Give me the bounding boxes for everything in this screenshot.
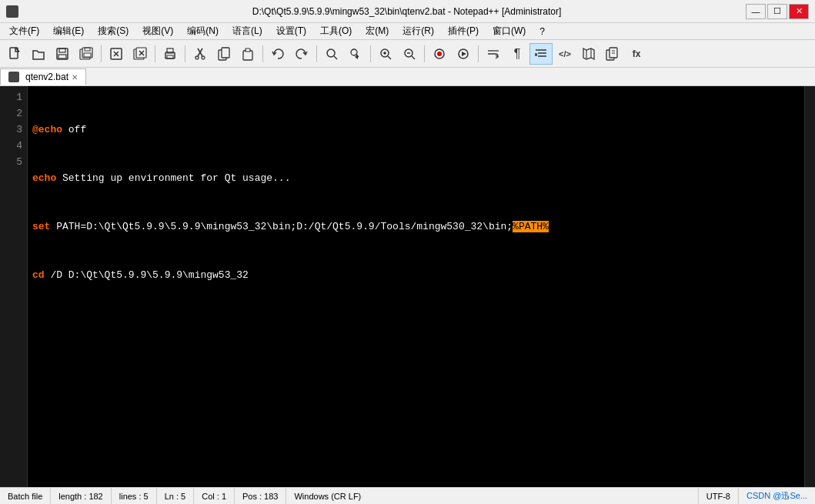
tab-bar: qtenv2.bat ✕ (0, 68, 815, 86)
file-type-label: Batch file (8, 492, 42, 501)
status-bar: Batch file length : 182 lines : 5 Ln : 5… (0, 487, 815, 504)
keyword-cd: cd (32, 269, 45, 281)
menu-help[interactable]: ? (533, 25, 551, 38)
svg-marker-41 (462, 52, 466, 56)
line-number: 5 (5, 154, 22, 170)
svg-point-22 (202, 56, 205, 59)
close-button[interactable] (105, 43, 128, 65)
undo-button[interactable] (266, 43, 289, 65)
status-lineending: Windows (CR LF) (286, 488, 698, 504)
paragraph-button[interactable]: ¶ (506, 43, 529, 65)
svg-rect-25 (243, 51, 252, 60)
function-icon: fx (633, 48, 641, 59)
window-close-button[interactable]: ✕ (789, 4, 809, 19)
status-filetype: Batch file (0, 488, 51, 504)
menu-run[interactable]: 运行(R) (396, 23, 440, 39)
menu-edit[interactable]: 编辑(E) (47, 23, 90, 39)
macro-record-button[interactable] (428, 43, 451, 65)
menu-window[interactable]: 窗口(W) (486, 23, 532, 39)
menu-settings[interactable]: 设置(T) (270, 23, 312, 39)
title-bar: D:\Qt\Qt5.9.9\5.9.9\mingw53_32\bin\qtenv… (0, 0, 815, 23)
word-wrap-button[interactable] (482, 43, 505, 65)
status-col: Col : 1 (194, 488, 235, 504)
status-encoding: UTF-8 (699, 488, 739, 504)
lines-label: lines : 5 (119, 492, 149, 501)
tab-qtenv2[interactable]: qtenv2.bat ✕ (0, 68, 86, 85)
code-text: PATH=D:\Qt\Qt5.9.9\5.9.9\mingw53_32\bin;… (50, 221, 513, 232)
tab-label: qtenv2.bat (25, 72, 68, 82)
copy-button[interactable] (212, 43, 235, 65)
svg-point-29 (351, 49, 357, 55)
code-text: Setting up environment for Qt usage... (56, 172, 290, 184)
paste-button[interactable] (236, 43, 259, 65)
menu-encode[interactable]: 编码(N) (181, 23, 225, 39)
window-title: D:\Qt\Qt5.9.9\5.9.9\mingw53_32\bin\qtenv… (68, 6, 746, 17)
keyword-echo: echo (32, 172, 56, 184)
save-button[interactable] (51, 43, 74, 65)
tab-close-button[interactable]: ✕ (72, 73, 78, 82)
minimize-button[interactable]: — (746, 4, 766, 19)
xml-button[interactable]: </> (553, 43, 576, 65)
line-number: 2 (5, 105, 22, 122)
line-number: 1 (5, 89, 22, 105)
vertical-scrollbar[interactable] (804, 86, 815, 487)
editor-container: 1 2 3 4 5 @echo off echo Setting up envi… (0, 86, 815, 487)
svg-rect-26 (246, 48, 250, 52)
function-list-button[interactable]: fx (625, 43, 648, 65)
line-numbers: 1 2 3 4 5 (0, 86, 28, 487)
status-lines: lines : 5 (112, 488, 157, 504)
encoding-label: UTF-8 (706, 492, 730, 501)
svg-rect-24 (222, 48, 229, 58)
line-number: 4 (5, 138, 22, 154)
toolbar: ¶ </> fx (0, 40, 815, 68)
col-label: Col : 1 (202, 492, 226, 501)
close-all-button[interactable] (129, 43, 152, 65)
menu-search[interactable]: 搜索(S) (92, 23, 135, 39)
code-text: /D D:\Qt\Qt5.9.9\5.9.9\mingw53_32 (45, 269, 249, 281)
zoom-out-button[interactable] (398, 43, 421, 65)
status-length: length : 182 (51, 488, 112, 504)
new-button[interactable] (3, 43, 26, 65)
length-label: length : 182 (58, 492, 103, 501)
code-editor[interactable]: @echo off echo Setting up environment fo… (28, 86, 804, 487)
map-button[interactable] (577, 43, 600, 65)
menu-bar: 文件(F) 编辑(E) 搜索(S) 视图(V) 编码(N) 语言(L) 设置(T… (0, 23, 815, 40)
pos-label: Pos : 183 (242, 492, 278, 501)
keyword-set: set (32, 221, 50, 232)
list-indent-button[interactable] (529, 43, 553, 65)
paragraph-icon: ¶ (514, 47, 521, 61)
find-replace-button[interactable] (344, 43, 367, 65)
svg-point-27 (327, 49, 335, 57)
find-button[interactable] (320, 43, 343, 65)
line-ending-label: Windows (CR LF) (294, 492, 361, 501)
status-watermark: CSDN @迅Se... (739, 488, 815, 504)
menu-view[interactable]: 视图(V) (136, 23, 179, 39)
path-variable-highlight: %PATH% (513, 221, 549, 232)
redo-button[interactable] (290, 43, 313, 65)
line-number: 3 (5, 122, 22, 138)
copy-clipboard-button[interactable] (601, 43, 624, 65)
code-line-1: @echo off (32, 122, 800, 138)
code-line-4: cd /D D:\Qt\Qt5.9.9\5.9.9\mingw53_32 (32, 267, 800, 283)
menu-language[interactable]: 语言(L) (226, 23, 269, 39)
menu-plugins[interactable]: 插件(P) (442, 23, 485, 39)
print-button[interactable] (159, 43, 182, 65)
svg-line-36 (412, 56, 415, 59)
menu-macro[interactable]: 宏(M) (359, 23, 395, 39)
save-all-button[interactable] (75, 43, 98, 65)
cut-button[interactable] (189, 43, 212, 65)
open-button[interactable] (27, 43, 50, 65)
code-line-5 (32, 315, 800, 332)
menu-tools[interactable]: 工具(O) (314, 23, 358, 39)
macro-play-button[interactable] (452, 43, 475, 65)
svg-line-28 (334, 56, 337, 59)
svg-line-32 (388, 56, 391, 59)
status-ln: Ln : 5 (157, 488, 195, 504)
code-text: off (62, 124, 86, 135)
watermark-label: CSDN @迅Se... (747, 490, 807, 502)
code-line-2: echo Setting up environment for Qt usage… (32, 170, 800, 186)
zoom-in-button[interactable] (374, 43, 397, 65)
menu-file[interactable]: 文件(F) (3, 23, 45, 39)
status-pos: Pos : 183 (235, 488, 286, 504)
maximize-button[interactable]: ☐ (767, 4, 787, 19)
